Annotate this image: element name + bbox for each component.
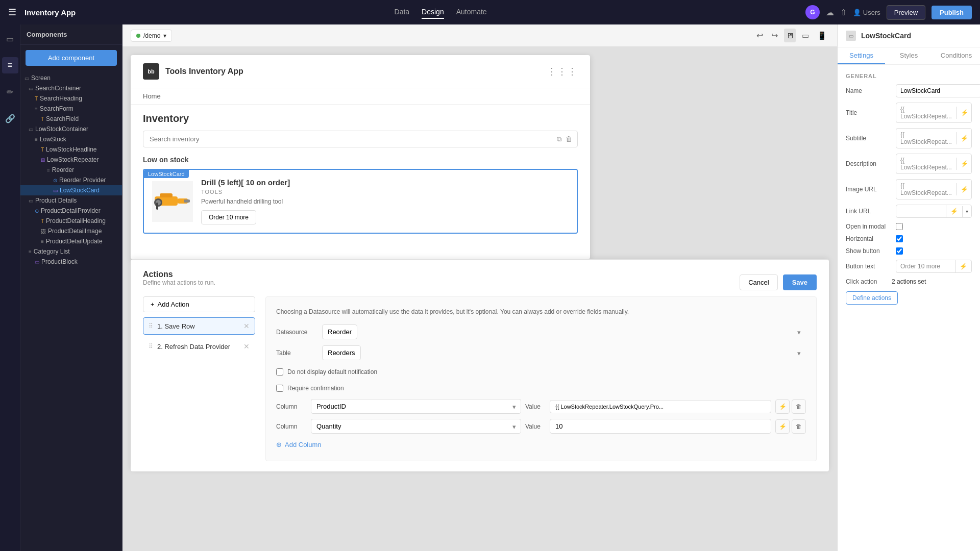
- tree-item-lowstockcard[interactable]: ▭ LowStockCard: [20, 185, 122, 195]
- prop-linkurl-expand-btn[interactable]: ▾: [962, 206, 971, 217]
- desktop-view-button[interactable]: 🖥: [784, 29, 796, 42]
- app-header: bb Tools Inventory App ⋮⋮⋮: [131, 55, 590, 88]
- delete-column-btn-1[interactable]: 🗑: [792, 399, 806, 414]
- define-actions-button[interactable]: Define actions: [846, 291, 898, 305]
- undo-button[interactable]: ↩: [754, 29, 765, 42]
- sidebar-icon-link[interactable]: 🔗: [2, 110, 18, 127]
- delete-action-button-2[interactable]: ✕: [243, 342, 250, 350]
- search-bar[interactable]: ⧉ 🗑: [143, 131, 578, 147]
- no-notification-checkbox[interactable]: [276, 368, 283, 375]
- env-badge[interactable]: /demo ▾: [131, 30, 172, 42]
- add-column-button[interactable]: ⊕ Add Column: [276, 439, 322, 450]
- cloud-icon[interactable]: ☁: [826, 8, 834, 17]
- main-layout: ▭ ≡ ✏ 🔗 Components Add component ▭ Scree…: [0, 24, 980, 551]
- binding-btn-2[interactable]: ⚡: [775, 419, 790, 434]
- app-frame: bb Tools Inventory App ⋮⋮⋮ Home Inventor…: [131, 55, 590, 259]
- binding-btn-1[interactable]: ⚡: [775, 399, 790, 414]
- prop-subtitle-binding-btn[interactable]: ⚡: [956, 132, 972, 144]
- tree-item-searchcontainer[interactable]: ▭ SearchContainer: [20, 83, 122, 93]
- tree-item-categorylist[interactable]: ≡ Category List: [20, 246, 122, 257]
- right-panel-icon: ▭: [846, 31, 856, 41]
- app-logo: bb: [143, 63, 159, 80]
- column-select-2[interactable]: Quantity: [311, 419, 521, 434]
- prop-title-binding-btn[interactable]: ⚡: [956, 107, 972, 119]
- product-name: Drill (5 left)[ 10 on order]: [201, 178, 569, 187]
- mobile-view-button[interactable]: 📱: [815, 29, 829, 42]
- prop-linkurl-binding-btn[interactable]: ⚡: [946, 205, 962, 217]
- click-action-value: 2 actions set: [892, 278, 926, 285]
- redo-button[interactable]: ↪: [769, 29, 780, 42]
- prop-imageurl-input-wrapper: {{ LowStockRepeat... ⚡: [896, 179, 972, 199]
- tree-item-productblock[interactable]: ▭ ProductBlock: [20, 257, 122, 267]
- canvas-toolbar: /demo ▾ ↩ ↪ 🖥 ▭ 📱: [122, 24, 837, 47]
- avatar: G: [805, 5, 820, 19]
- delete-column-btn-2[interactable]: 🗑: [792, 419, 806, 434]
- app-header-title: Tools Inventory App: [165, 67, 243, 76]
- app-header-menu-icon[interactable]: ⋮⋮⋮: [547, 66, 578, 77]
- action-item-refresh[interactable]: ⠿ 2. Refresh Data Provider ✕: [143, 338, 255, 355]
- tree-item-searchheading[interactable]: T SearchHeading: [20, 93, 122, 104]
- tree-item-reorder[interactable]: ≡ Reorder: [20, 165, 122, 175]
- click-action-row: Click action 2 actions set: [846, 278, 972, 285]
- tree-item-screen[interactable]: ▭ Screen: [20, 73, 122, 83]
- delete-icon[interactable]: 🗑: [566, 135, 572, 143]
- cancel-button[interactable]: Cancel: [740, 274, 777, 290]
- tree-item-productdetailheading[interactable]: T ProductDetailHeading: [20, 216, 122, 226]
- add-action-button[interactable]: + Add Action: [143, 296, 255, 312]
- canvas-area: /demo ▾ ↩ ↪ 🖥 ▭ 📱 bb Tools Inventory App…: [122, 24, 837, 551]
- search-input[interactable]: [150, 135, 571, 143]
- actions-config: Choosing a Datasource will automatically…: [265, 296, 817, 461]
- tree-item-productdetailprovider[interactable]: ⊙ ProductDetailProvider: [20, 206, 122, 216]
- tree-item-searchfield[interactable]: T SearchField: [20, 114, 122, 124]
- product-desc: Powerful handheld drilling tool: [201, 198, 569, 205]
- tab-settings[interactable]: Settings: [838, 47, 885, 64]
- action-item-save-row[interactable]: ⠿ 1. Save Row ✕: [143, 317, 255, 335]
- order-button[interactable]: Order 10 more: [201, 210, 256, 224]
- prop-showbutton-checkbox[interactable]: [896, 247, 903, 255]
- menu-icon[interactable]: ☰: [8, 7, 16, 18]
- table-select[interactable]: Reorders: [322, 345, 361, 360]
- sidebar-icon-components[interactable]: ≡: [2, 57, 18, 73]
- tree-item-lowstock[interactable]: ≡ LowStock: [20, 134, 122, 144]
- sidebar-icon-theme[interactable]: ✏: [2, 84, 18, 100]
- delete-action-button[interactable]: ✕: [243, 322, 250, 330]
- prop-horizontal-checkbox[interactable]: [896, 235, 903, 242]
- value-input-1[interactable]: [550, 400, 771, 413]
- prop-openmodal-checkbox[interactable]: [896, 223, 903, 230]
- tree-item-lowstockcontainer[interactable]: ▭ LowStockContainer: [20, 124, 122, 134]
- prop-name-input[interactable]: [896, 84, 980, 97]
- column-row-1: Column ProductID Value ⚡ 🗑: [276, 399, 806, 414]
- publish-button[interactable]: Publish: [932, 6, 972, 19]
- tab-styles[interactable]: Styles: [885, 47, 933, 64]
- nav-design[interactable]: Design: [422, 6, 444, 19]
- save-button[interactable]: Save: [783, 274, 817, 290]
- prop-title-value: {{ LowStockRepeat...: [896, 103, 956, 122]
- prop-description-binding-btn[interactable]: ⚡: [956, 158, 972, 170]
- copy-icon[interactable]: ⧉: [557, 135, 561, 143]
- tree-item-reorder-provider[interactable]: ⊙ Reorder Provider: [20, 175, 122, 185]
- require-confirmation-checkbox[interactable]: [276, 385, 283, 392]
- sidebar-icon-screen[interactable]: ▭: [2, 31, 18, 47]
- tree-item-searchform[interactable]: ≡ SearchForm: [20, 104, 122, 114]
- prop-openmodal-checkbox-wrapper: [896, 223, 903, 230]
- tree-item-productdetailimage[interactable]: 🖼 ProductDetailImage: [20, 226, 122, 236]
- tablet-view-button[interactable]: ▭: [800, 29, 811, 42]
- prop-imageurl-binding-btn[interactable]: ⚡: [956, 183, 972, 195]
- prop-buttontext-binding-btn[interactable]: ⚡: [955, 260, 971, 272]
- actions-body: + Add Action ⠿ 1. Save Row ✕ ⠿ 2. Refres…: [143, 296, 817, 461]
- tree-item-productdetails[interactable]: ▭ Product Details: [20, 195, 122, 206]
- nav-automate[interactable]: Automate: [456, 6, 487, 19]
- datasource-select[interactable]: Reorder: [322, 324, 357, 339]
- value-input-2[interactable]: [550, 419, 771, 434]
- add-component-button[interactable]: Add component: [26, 50, 117, 66]
- tab-conditions[interactable]: Conditions: [933, 47, 980, 64]
- drill-icon: [152, 181, 193, 222]
- prop-showbutton-label: Show button: [846, 247, 892, 255]
- tree-item-lowstockheadline[interactable]: T LowStockHeadline: [20, 144, 122, 155]
- column-select-1[interactable]: ProductID: [311, 399, 521, 414]
- nav-data[interactable]: Data: [395, 6, 410, 19]
- preview-button[interactable]: Preview: [887, 5, 925, 20]
- share-icon[interactable]: ⇧: [840, 8, 847, 17]
- tree-item-productdetailupdate[interactable]: ≡ ProductDetailUpdate: [20, 236, 122, 246]
- tree-item-lowstockrepeater[interactable]: ⊞ LowStockRepeater: [20, 155, 122, 165]
